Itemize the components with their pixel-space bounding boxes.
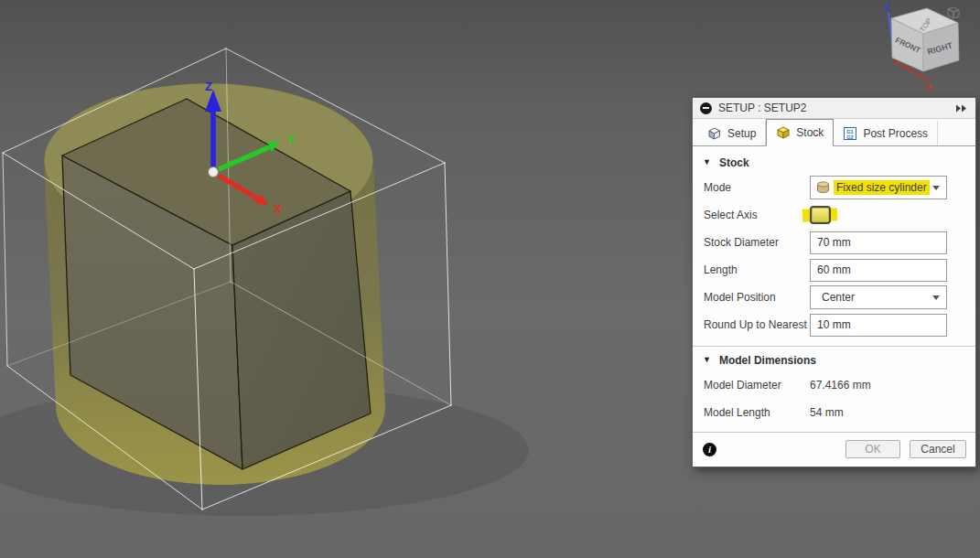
dialog-header[interactable]: SETUP : SETUP2: [693, 98, 975, 119]
setup-dialog: SETUP : SETUP2 Setup Stock: [692, 97, 976, 467]
collapse-triangle-icon: ▼: [703, 157, 711, 166]
mode-value: Fixed size cylinder: [834, 180, 930, 195]
viewcube-home-icon[interactable]: [948, 7, 959, 18]
round-up-label: Round Up to Nearest: [704, 318, 810, 331]
model-length-value: 54 mm: [810, 406, 844, 419]
model-position-value: Center: [814, 291, 855, 304]
model-length-label: Model Length: [704, 406, 810, 419]
row-model-diameter: Model Diameter 67.4166 mm: [693, 371, 975, 399]
length-input[interactable]: [810, 259, 947, 282]
origin-point[interactable]: [209, 167, 219, 177]
z-axis-label: Z: [205, 80, 212, 93]
ok-button[interactable]: OK: [845, 440, 900, 458]
tab-setup[interactable]: Setup: [697, 121, 766, 145]
section-header-model-dimensions[interactable]: ▼ Model Dimensions: [693, 349, 975, 371]
select-axis-button[interactable]: [810, 206, 831, 224]
round-up-input[interactable]: [810, 314, 947, 337]
row-round-up: Round Up to Nearest: [693, 311, 975, 338]
section-model-dimensions-title: Model Dimensions: [719, 354, 816, 367]
model-diameter-value: 67.4166 mm: [810, 379, 871, 392]
dialog-tab-bar: Setup Stock G1 G2 Post Process: [693, 119, 975, 146]
section-header-stock[interactable]: ▼ Stock: [693, 152, 975, 174]
post-process-tab-icon: G1 G2: [843, 126, 857, 141]
cancel-button[interactable]: Cancel: [910, 440, 966, 458]
cylinder-icon: [814, 180, 832, 195]
dock-double-arrow-icon[interactable]: [955, 104, 968, 113]
tab-stock[interactable]: Stock: [766, 119, 834, 146]
tab-setup-label: Setup: [727, 127, 756, 140]
x-axis-label: X: [274, 202, 282, 216]
collapse-triangle-icon: ▼: [703, 355, 711, 364]
mode-dropdown[interactable]: Fixed size cylinder: [810, 176, 947, 199]
row-mode: Mode Fixed size cylinder: [693, 174, 975, 201]
row-length: Length: [693, 256, 975, 284]
chevron-down-icon: [932, 186, 940, 190]
fusion-viewport: Z Y X TOP FRONT RIGHT Z X SETUP: [0, 0, 980, 558]
section-stock-title: Stock: [719, 156, 749, 169]
info-icon[interactable]: i: [703, 443, 716, 456]
select-axis-control: [810, 206, 850, 224]
svg-text:G2: G2: [847, 134, 854, 139]
length-label: Length: [704, 263, 810, 276]
row-model-length: Model Length 54 mm: [693, 399, 975, 426]
section-divider: [693, 346, 975, 347]
select-axis-label: Select Axis: [704, 209, 810, 221]
row-select-axis: Select Axis: [693, 201, 975, 229]
setup-tab-icon: [706, 126, 722, 141]
dialog-footer: i OK Cancel: [693, 432, 975, 467]
chevron-down-icon: [932, 295, 940, 300]
row-model-position: Model Position Center: [693, 284, 975, 311]
tab-stock-label: Stock: [796, 126, 824, 139]
mode-label: Mode: [704, 181, 810, 194]
tab-post-process[interactable]: G1 G2 Post Process: [834, 121, 938, 145]
model-position-dropdown[interactable]: Center: [810, 285, 947, 309]
dialog-title: SETUP : SETUP2: [718, 102, 806, 114]
viewcube-z-label: Z: [884, 2, 890, 13]
view-cube[interactable]: TOP FRONT RIGHT Z X: [884, 2, 959, 92]
tab-post-process-label: Post Process: [863, 127, 928, 140]
viewcube-x-label: X: [925, 81, 932, 92]
stock-tab-icon: [776, 125, 791, 140]
row-stock-diameter: Stock Diameter: [693, 229, 975, 256]
model-diameter-label: Model Diameter: [704, 379, 810, 392]
stock-diameter-input[interactable]: [810, 231, 947, 254]
collapse-icon[interactable]: [700, 102, 712, 114]
stock-diameter-label: Stock Diameter: [704, 236, 810, 249]
model-position-label: Model Position: [704, 291, 810, 304]
dialog-body: ▼ Stock Mode Fixed size cylinder Select …: [693, 146, 975, 426]
y-axis-label: Y: [287, 133, 296, 146]
